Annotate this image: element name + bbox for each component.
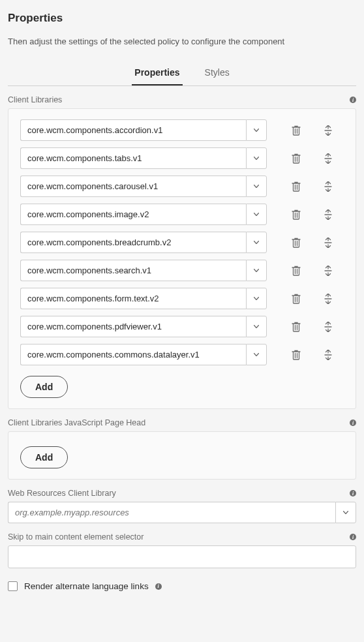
trash-icon: [292, 237, 301, 248]
delete-button[interactable]: [288, 123, 304, 138]
move-button[interactable]: [320, 179, 336, 194]
dropdown-button[interactable]: [246, 232, 267, 253]
row-actions: [273, 151, 344, 166]
client-libraries-label-row: Client Libraries i: [8, 95, 356, 104]
delete-button[interactable]: [288, 207, 304, 222]
client-library-combo: [20, 119, 267, 141]
chevron-down-icon: [254, 325, 259, 328]
skip-selector-label-row: Skip to main content element selector i: [8, 532, 356, 542]
delete-button[interactable]: [288, 291, 304, 307]
client-library-combo: [20, 232, 267, 253]
delete-button[interactable]: [288, 179, 304, 194]
move-icon: [324, 237, 333, 248]
alt-lang-row: Render alternate language links i: [8, 581, 356, 591]
chevron-down-icon: [254, 297, 259, 300]
move-icon: [324, 294, 333, 304]
chevron-down-icon: [343, 511, 348, 514]
client-library-row: [20, 204, 344, 225]
move-button[interactable]: [320, 291, 336, 307]
info-icon[interactable]: i: [350, 420, 356, 426]
client-library-combo: [20, 344, 267, 365]
move-button[interactable]: [320, 347, 336, 363]
trash-icon: [292, 125, 301, 136]
dropdown-button[interactable]: [335, 502, 356, 523]
delete-button[interactable]: [288, 263, 304, 279]
info-icon[interactable]: i: [350, 97, 356, 103]
chevron-down-icon: [254, 241, 259, 244]
row-actions: [273, 207, 344, 222]
tab-styles[interactable]: Styles: [202, 61, 232, 85]
move-button[interactable]: [320, 151, 336, 166]
row-actions: [273, 319, 344, 335]
info-icon[interactable]: i: [350, 490, 356, 497]
chevron-down-icon: [254, 213, 259, 216]
trash-icon: [292, 350, 301, 360]
client-library-input[interactable]: [20, 260, 246, 281]
client-library-row: [20, 119, 344, 141]
move-icon: [324, 350, 333, 360]
dropdown-button[interactable]: [246, 316, 267, 337]
client-library-input[interactable]: [20, 288, 246, 309]
client-library-input[interactable]: [20, 204, 246, 225]
row-actions: [273, 123, 344, 138]
info-icon[interactable]: i: [350, 534, 356, 540]
client-library-combo: [20, 316, 267, 337]
chevron-down-icon: [254, 157, 259, 160]
dropdown-button[interactable]: [246, 147, 267, 169]
client-library-input[interactable]: [20, 119, 246, 141]
web-resources-combo: [8, 502, 356, 523]
client-library-input[interactable]: [20, 147, 246, 169]
web-resources-label: Web Resources Client Library: [8, 489, 116, 498]
move-icon: [324, 209, 333, 220]
trash-icon: [292, 294, 301, 304]
client-library-combo: [20, 176, 267, 197]
client-library-combo: [20, 288, 267, 309]
move-button[interactable]: [320, 123, 336, 138]
chevron-down-icon: [254, 353, 259, 356]
move-button[interactable]: [320, 319, 336, 335]
tab-properties[interactable]: Properties: [132, 61, 182, 85]
client-libraries-label: Client Libraries: [8, 95, 62, 104]
move-button[interactable]: [320, 235, 336, 251]
client-library-combo: [20, 260, 267, 281]
move-button[interactable]: [320, 207, 336, 222]
web-resources-input[interactable]: [8, 502, 335, 523]
dropdown-button[interactable]: [246, 119, 267, 141]
client-library-input[interactable]: [20, 176, 246, 197]
client-library-row: [20, 316, 344, 337]
move-button[interactable]: [320, 263, 336, 279]
dropdown-button[interactable]: [246, 288, 267, 309]
delete-button[interactable]: [288, 347, 304, 363]
client-library-input[interactable]: [20, 232, 246, 253]
client-library-row: [20, 232, 344, 253]
chevron-down-icon: [254, 185, 259, 188]
client-library-combo: [20, 204, 267, 225]
client-library-combo: [20, 147, 267, 169]
alt-lang-checkbox[interactable]: [8, 581, 18, 591]
trash-icon: [292, 209, 301, 220]
dropdown-button[interactable]: [246, 176, 267, 197]
row-actions: [273, 263, 344, 279]
delete-button[interactable]: [288, 235, 304, 251]
client-library-input[interactable]: [20, 316, 246, 337]
js-page-head-label-row: Client Libraries JavaScript Page Head i: [8, 418, 356, 427]
row-actions: [273, 347, 344, 363]
delete-button[interactable]: [288, 151, 304, 166]
client-library-row: [20, 147, 344, 169]
client-library-row: [20, 344, 344, 365]
dropdown-button[interactable]: [246, 344, 267, 365]
info-icon[interactable]: i: [155, 583, 162, 590]
client-library-row: [20, 260, 344, 281]
dropdown-button[interactable]: [246, 204, 267, 225]
trash-icon: [292, 322, 301, 332]
tabs: Properties Styles: [8, 61, 356, 86]
skip-selector-input[interactable]: [8, 545, 356, 568]
trash-icon: [292, 266, 301, 276]
add-button[interactable]: Add: [20, 446, 68, 468]
client-library-input[interactable]: [20, 344, 246, 365]
add-button[interactable]: Add: [20, 376, 68, 398]
js-page-head-label: Client Libraries JavaScript Page Head: [8, 418, 145, 427]
delete-button[interactable]: [288, 319, 304, 335]
alt-lang-label: Render alternate language links: [24, 581, 149, 591]
dropdown-button[interactable]: [246, 260, 267, 281]
